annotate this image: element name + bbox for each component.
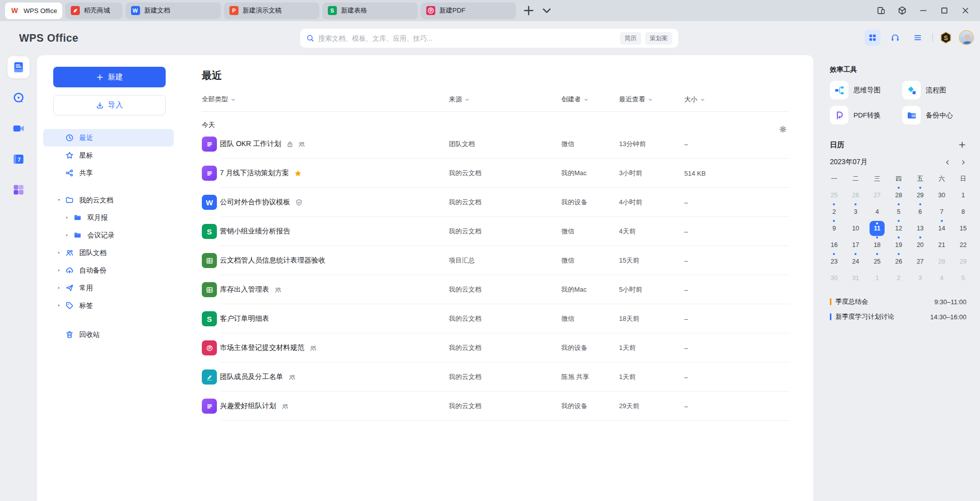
calendar-day-14[interactable]: 14 [931,220,952,236]
calendar-day-29[interactable]: 29 [952,253,974,270]
new-tab-button[interactable] [522,4,535,17]
tool-流程图[interactable]: 流程图 [902,81,966,99]
sidebar-item-共享[interactable]: 共享 [43,164,174,182]
file-row[interactable]: 团队成员及分工名单我的云文档陈旭 共享1天前– [202,362,789,392]
calendar-day-5[interactable]: 5 [888,203,910,220]
filter-创建者[interactable]: 创建者 [561,95,589,104]
caret-right-icon[interactable] [53,285,64,291]
sidebar-item-星标[interactable]: 星标 [43,147,174,164]
caret-right-icon[interactable] [53,268,64,273]
sidebar-item-最近[interactable]: 最近 [43,129,174,147]
calendar-day-28[interactable]: 28 [888,187,910,203]
sidebar-item-双月报[interactable]: 双月报 [43,209,174,226]
filter-大小[interactable]: 大小 [684,95,705,104]
sidebar-item-自动备份[interactable]: 自动备份 [43,262,174,279]
tool-思维导图[interactable]: 思维导图 [830,81,902,99]
tool-备份中心[interactable]: 备份中心 [902,106,966,124]
calendar-day-28[interactable]: 28 [931,253,952,270]
file-row[interactable]: 库存出入管理表我的云文档我的Mac5小时前– [202,275,789,304]
support-button[interactable] [887,30,903,46]
caret-right-icon[interactable] [53,303,64,308]
maximize-button[interactable] [940,6,949,15]
tab-稻壳商城[interactable]: 稻壳商城 [65,3,122,19]
tab-新建表格[interactable]: S新建表格 [322,3,418,19]
search-tag-简历[interactable]: 简历 [620,32,641,45]
calendar-day-13[interactable]: 13 [909,220,931,236]
tab-list-button[interactable] [540,4,553,17]
calendar-day-27[interactable]: 27 [867,187,888,203]
calendar-day-22[interactable]: 22 [952,236,974,253]
calendar-day-21[interactable]: 21 [931,236,952,253]
sidebar-item-我的云文档[interactable]: 我的云文档 [43,191,174,209]
tool-PDF转换[interactable]: PDF转换 [830,106,902,124]
event-季度总结会[interactable]: 季度总结会9:30–11:00 [830,294,966,309]
calendar-day-25[interactable]: 25 [823,187,845,203]
event-新季度学习计划讨论[interactable]: 新季度学习计划讨论14:30–16:00 [830,309,966,324]
calendar-day-4[interactable]: 4 [867,203,888,220]
calendar-day-9[interactable]: 9 [823,220,845,236]
calendar-next-button[interactable] [960,159,966,166]
file-row[interactable]: 兴趣爱好组队计划我的云文档我的设备29天前– [202,392,789,421]
tab-WPS Office[interactable]: WWPS Office [5,3,62,19]
calendar-day-16[interactable]: 16 [823,236,845,253]
sidebar-item-回收站[interactable]: 回收站 [43,326,174,343]
rail-item-meetings[interactable] [8,117,30,140]
calendar-day-8[interactable]: 8 [952,203,974,220]
caret-down-icon[interactable] [53,197,64,203]
search-input[interactable] [318,35,620,42]
file-row[interactable]: 7 月线下活动策划方案我的云文档我的Mac3小时前514 KB [202,159,789,188]
menu-button[interactable] [910,30,926,46]
filter-全部类型[interactable]: 全部类型 [202,95,236,104]
tab-新建文档[interactable]: W新建文档 [126,3,221,19]
calendar-day-29[interactable]: 29 [909,187,931,203]
file-row[interactable]: 市场主体登记提交材料规范我的云文档我的设备1天前– [202,333,789,362]
calendar-add-button[interactable] [958,141,966,149]
minimize-button[interactable] [919,6,928,15]
calendar-day-10[interactable]: 10 [845,220,867,236]
calendar-day-5[interactable]: 5 [952,270,974,286]
file-row[interactable]: S营销小组业绩分析报告我的云文档微信4天前– [202,217,789,246]
calendar-day-7[interactable]: 7 [931,203,952,220]
sidebar-item-会议记录[interactable]: 会议记录 [43,226,174,244]
rail-item-documents[interactable] [8,56,30,78]
rail-item-apps-center[interactable] [8,179,30,201]
calendar-day-12[interactable]: 12 [888,220,910,236]
calendar-day-6[interactable]: 6 [909,203,931,220]
search-tag-策划案[interactable]: 策划案 [645,32,672,45]
calendar-day-2[interactable]: 2 [823,203,845,220]
calendar-day-31[interactable]: 31 [845,270,867,286]
rail-item-messages[interactable] [8,87,30,109]
sidebar-item-常用[interactable]: 常用 [43,279,174,297]
calendar-day-1[interactable]: 1 [867,270,888,286]
calendar-day-27[interactable]: 27 [909,253,931,270]
file-row[interactable]: W公司对外合作协议模板我的云文档我的设备4小时前– [202,188,789,217]
calendar-day-23[interactable]: 23 [823,253,845,270]
tab-新建演示文稿[interactable]: P新建演示文稿 [224,3,319,19]
file-row[interactable]: 团队 OKR 工作计划团队文档微信13分钟前– [202,130,789,159]
caret-right-icon[interactable] [61,232,72,238]
sidebar-item-团队文档[interactable]: 团队文档 [43,244,174,262]
caret-right-icon[interactable] [61,215,72,220]
filter-来源[interactable]: 来源 [449,95,470,104]
filter-最近查看[interactable]: 最近查看 [619,95,653,104]
calendar-day-1[interactable]: 1 [952,187,974,203]
close-button[interactable] [961,6,970,15]
sidebar-item-标签[interactable]: 标签 [43,297,174,314]
calendar-day-18[interactable]: 18 [867,236,888,253]
calendar-day-30[interactable]: 30 [823,270,845,286]
calendar-day-19[interactable]: 19 [888,236,910,253]
new-button[interactable]: 新建 [53,67,166,87]
calendar-day-2[interactable]: 2 [888,270,910,286]
calendar-prev-button[interactable] [944,159,951,166]
file-row[interactable]: S客户订单明细表我的云文档微信18天前– [202,304,789,333]
calendar-day-25[interactable]: 25 [867,253,888,270]
device-sync-button[interactable] [877,6,886,15]
caret-right-icon[interactable] [53,250,64,256]
calendar-day-11[interactable]: 11 [867,220,888,236]
calendar-day-26[interactable]: 26 [888,253,910,270]
calendar-day-3[interactable]: 3 [845,203,867,220]
rail-item-calendar-app[interactable]: 7 [8,148,30,170]
workspace-button[interactable] [898,6,907,15]
avatar[interactable] [959,30,974,45]
calendar-day-17[interactable]: 17 [845,236,867,253]
